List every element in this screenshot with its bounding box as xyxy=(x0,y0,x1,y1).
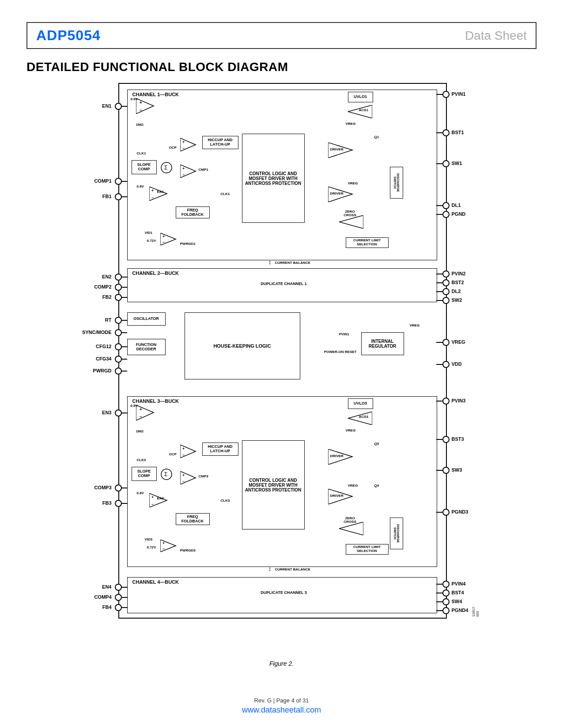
pin-sw2 xyxy=(442,297,450,304)
ch1-hiccup-block: HICCUP AND LATCH-UP xyxy=(202,136,238,149)
pin-label-en1: EN1 xyxy=(102,103,111,109)
pin-label-en3: EN3 xyxy=(102,410,111,415)
pin-label-comp3: COMP3 xyxy=(94,485,111,490)
pin-label-bst2: BST2 xyxy=(452,280,464,285)
pin-label-pvin2: PVIN2 xyxy=(452,271,466,276)
pin-dl2 xyxy=(442,288,450,295)
ch1-vid-label: VID1 xyxy=(145,231,153,235)
ch3-vref-label: 0.8V xyxy=(131,404,138,408)
ch1-q-label: Q1 xyxy=(374,135,379,139)
pin-label-pgnd3: PGND3 xyxy=(452,509,469,514)
mid-por-label: POWER-ON RESET xyxy=(321,350,357,354)
ch1-driver1-label: DRIVER xyxy=(330,147,344,151)
pin-label-sync/mode: SYNC/MODE xyxy=(82,330,112,335)
pin-label-fb4: FB4 xyxy=(102,604,112,610)
ch2-duplicate: DUPLICATE CHANNEL 1 xyxy=(257,281,310,286)
pin-label-comp2: COMP2 xyxy=(94,284,111,289)
pin-label-dl2: DL2 xyxy=(452,289,461,294)
pin-sw3 xyxy=(442,467,450,474)
ch1-current-balance: CURRENT BALANCE xyxy=(275,261,310,265)
ch3-ocp-label: OCP xyxy=(169,452,177,456)
ch1-vref-label: 0.8V xyxy=(131,97,138,101)
ch3-control-logic: CONTROL LOGIC AND MOSFET DRIVER WITH ANT… xyxy=(242,440,305,529)
ch3-ea-label: EA3 xyxy=(157,496,164,500)
pin-label-comp4: COMP4 xyxy=(94,594,111,600)
pin-label-rt: RT xyxy=(105,317,112,323)
revision-text: Rev. G | Page 4 of 31 xyxy=(0,697,563,704)
pin-pvin4 xyxy=(442,581,450,588)
ch1-vref2-label: 0.8V xyxy=(137,184,144,188)
ch1-title: CHANNEL 1—BUCK xyxy=(132,92,180,97)
pin-label-sw4: SW4 xyxy=(452,599,462,604)
pin-pvin3 xyxy=(442,398,450,405)
ch4-title: CHANNEL 4—BUCK xyxy=(132,579,180,585)
pin-label-bst3: BST3 xyxy=(452,436,464,442)
ch1-freq-foldback: FREQ FOLDBACK xyxy=(176,206,210,218)
figure-code: 12617-002 xyxy=(472,606,480,617)
pin-bst3 xyxy=(442,436,450,443)
header-box: ADP5054 Data Sheet xyxy=(26,22,537,49)
ch3-driver1-label: DRIVER xyxy=(330,454,344,458)
ch3-q4-label: Q4 xyxy=(374,484,379,488)
ch1-control-logic: CONTROL LOGIC AND MOSFET DRIVER WITH ANT… xyxy=(242,134,305,223)
ch3-resistor-label: 1MΩ xyxy=(136,429,144,433)
ch1-pwrgd-label: PWRGD1 xyxy=(180,242,196,246)
pin-label-en2: EN2 xyxy=(102,274,111,279)
ch3-uvlo-block: UVLO3 xyxy=(348,398,373,409)
pin-pvin1 xyxy=(442,91,450,98)
pin-label-vreg: VREG xyxy=(452,339,465,345)
pin-sw1 xyxy=(442,160,450,167)
pin-label-fb1: FB1 xyxy=(102,194,112,199)
ch3-q3-label: Q3 xyxy=(374,442,379,446)
ch3-cmp-label: CMP3 xyxy=(199,474,208,478)
part-number-link[interactable]: ADP5054 xyxy=(36,27,101,44)
pin-pgnd xyxy=(442,211,450,218)
ch3-vref2-label: 0.8V xyxy=(137,491,144,495)
ch3-title: CHANNEL 3—BUCK xyxy=(132,398,180,404)
pin-label-cfg34: CFG34 xyxy=(96,356,111,361)
pin-label-bst4: BST4 xyxy=(452,590,464,595)
pin-bst4 xyxy=(442,589,450,597)
page-title: DETAILED FUNCTIONAL BLOCK DIAGRAM xyxy=(26,60,537,74)
pin-label-pgnd: PGND xyxy=(452,211,466,217)
ch3-vreg-label: VREG xyxy=(346,428,356,432)
ch3-current-balance: CURRENT BALANCE xyxy=(275,567,310,571)
ch1-current-limit: CURRENT LIMIT SELECTION xyxy=(346,237,389,248)
pin-label-sw2: SW2 xyxy=(452,297,462,303)
pin-label-sw1: SW1 xyxy=(452,161,462,166)
pin-bst2 xyxy=(442,279,450,286)
ch1-uvlo-block: UVLO1 xyxy=(348,92,373,102)
pin-label-fb3: FB3 xyxy=(102,500,112,506)
ch1-ea-label: EA1 xyxy=(157,190,164,194)
ch3-clk2-label: CLK3 xyxy=(221,499,230,503)
ch3-clk-label: CLK3 xyxy=(137,458,146,462)
ch3-freq-foldback: FREQ FOLDBACK xyxy=(176,513,210,525)
pin-label-en4: EN4 xyxy=(102,584,111,589)
pin-label-pgnd4: PGND4 xyxy=(452,608,469,613)
ch3-discharge-block: DISCHARGE SWITCH xyxy=(390,518,403,549)
ch1-ocp-label: OCP xyxy=(169,146,177,150)
pin-label-cfg12: CFG12 xyxy=(96,344,111,349)
oscillator-block: OSCILLATOR xyxy=(127,312,166,326)
ch1-discharge-block: DISCHARGE SWITCH xyxy=(390,167,403,199)
source-url[interactable]: www.datasheetall.com xyxy=(0,705,563,715)
ch1-clk2-label: CLK1 xyxy=(221,192,230,196)
ch3-vid-label: VID3 xyxy=(145,537,153,541)
pin-vreg xyxy=(442,339,450,346)
ch3-pwrgd-label: PWRGD3 xyxy=(180,548,196,552)
function-decoder-block: FUNCTION DECODER xyxy=(127,339,166,355)
ch3-vref3-label: 0.72V xyxy=(147,545,156,549)
ch3-driver2-label: DRIVER xyxy=(330,494,344,498)
pin-label-vdd: VDD xyxy=(452,361,462,367)
ch3-vreg2-label: VREG xyxy=(348,484,358,488)
pin-pgnd4 xyxy=(442,607,450,614)
block-diagram: CHANNEL 1—BUCK +− 0.8V 1MΩ SLOPE COMP CL… xyxy=(83,83,480,657)
ch1-acs-label: ACS1 xyxy=(359,108,368,112)
ch1-resistor-label: 1MΩ xyxy=(136,123,144,127)
ch2-title: CHANNEL 2—BUCK xyxy=(132,270,180,276)
figure-caption: Figure 2. xyxy=(26,660,537,667)
pin-label-comp1: COMP1 xyxy=(94,178,111,184)
ch3-acs-label: ACS3 xyxy=(359,415,368,419)
ch1-vref3-label: 0.72V xyxy=(147,239,156,243)
ch3-hiccup-block: HICCUP AND LATCH-UP xyxy=(202,443,238,456)
